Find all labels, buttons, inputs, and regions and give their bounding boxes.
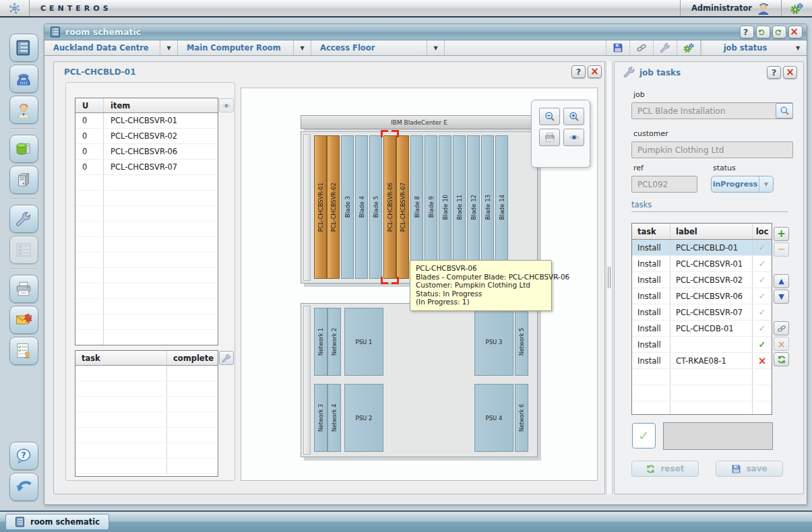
customer-field[interactable] [631,141,793,158]
floor-dropdown-arrow-icon[interactable]: ▼ [427,40,445,55]
blade-slot[interactable]: PCL-CHCBSVR-02 [327,135,340,279]
table-row[interactable]: InstallPCL-CHCBSVR-02✓ [632,272,772,288]
close-button[interactable]: × [783,66,797,79]
help-button[interactable]: ? [571,65,586,78]
table-row[interactable]: InstallPCL-CHCDB-01✓ [632,321,772,337]
sidebar-item-alerts[interactable] [9,306,38,334]
zoom-in-button[interactable] [563,108,584,125]
table-row[interactable]: 0PCL-CHCBSVR-02 [75,129,218,144]
settings-button[interactable] [781,0,812,16]
job-status-dropdown[interactable]: job status [701,40,789,55]
table-row[interactable]: InstallPCL-CHCBSVR-01✓ [632,256,772,272]
message-box[interactable] [663,422,773,450]
move-up-button[interactable]: ▲ [774,274,789,288]
close-button[interactable]: × [788,26,803,38]
taskbar-tab-room-schematic[interactable]: room schematic [5,514,109,530]
table-row[interactable]: InstallPCL-CHCBSVR-07✓ [632,304,772,321]
add-task-button[interactable]: + [774,227,789,241]
admin-menu[interactable]: Administrator [680,0,781,16]
room-dropdown-arrow-icon[interactable]: ▼ [294,40,311,55]
module-psu[interactable]: PSU 4 [474,384,513,452]
task-tools-button[interactable] [219,351,234,365]
blade-slot[interactable]: Blade 3 [341,135,354,279]
site-dropdown[interactable]: Auckland Data Centre [44,40,160,55]
floor-dropdown[interactable]: Access Floor [311,40,427,55]
confirm-button[interactable]: ✓ [632,423,656,448]
question-icon: ? [770,68,778,77]
view-items-button[interactable] [219,98,234,112]
module-network[interactable]: Network 3 [314,384,327,452]
sidebar-item-phones[interactable] [9,65,38,93]
blade-slot[interactable]: Blade 11 [453,135,466,279]
app-logo-button[interactable] [0,0,30,16]
zoom-out-button[interactable] [539,108,560,125]
table-cell: Install [632,272,670,288]
site-dropdown-arrow-icon[interactable]: ▼ [160,40,178,55]
sync-task-button[interactable] [774,352,789,366]
move-down-button[interactable]: ▼ [774,290,789,304]
module-network[interactable]: Network 1 [314,308,327,376]
table-row[interactable]: Install✓ [632,337,772,353]
panel-splitter[interactable] [606,61,613,494]
blade-slot[interactable]: PCL-CHCBSVR-01 [314,135,327,279]
help-button[interactable]: ? [767,66,781,79]
table-row[interactable]: 0PCL-CHCBSVR-01 [75,113,218,129]
sidebar-item-database[interactable] [9,135,38,163]
blade-slot[interactable]: Blade 12 [467,135,480,279]
save-button[interactable]: save [716,461,783,477]
table-row[interactable]: 0PCL-CHCBSVR-06 [75,144,218,160]
sidebar-item-jobs[interactable] [9,205,38,233]
link-task-button[interactable] [774,321,789,335]
blade-slot[interactable]: Blade 9 [425,135,437,279]
print-schematic-button[interactable] [539,129,560,146]
module-psu[interactable]: PSU 1 [344,308,383,376]
sidebar-item-racks[interactable] [9,34,38,62]
undo-button[interactable] [756,26,770,38]
sidebar-item-help[interactable]: ? [9,442,38,470]
room-dropdown[interactable]: Main Computer Room [178,40,294,55]
module-network[interactable]: Network 4 [327,384,341,452]
module-network[interactable]: Network 6 [515,384,528,452]
job-status-arrow-icon[interactable]: ▼ [789,40,807,55]
table-cell: Install [632,337,670,352]
blade-slot[interactable]: Blade 13 [481,135,494,279]
link-button[interactable] [630,40,654,55]
module-network[interactable]: Network 5 [515,308,528,376]
blade-slot[interactable]: PCL-CHCBSVR-07 [396,135,409,279]
blade-slot[interactable]: Blade 10 [439,135,451,279]
module-network[interactable]: Network 2 [327,308,341,376]
close-button[interactable]: × [588,65,602,78]
sidebar-item-people[interactable] [9,96,38,124]
blade-slot[interactable]: Blade 5 [369,135,382,279]
sidebar-item-print[interactable] [9,275,38,303]
module-psu[interactable]: PSU 2 [344,384,383,452]
blade-slot[interactable]: PCL-CHCBSVR-06 [383,135,396,279]
sidebar-item-task-list[interactable] [9,337,38,365]
save-button[interactable] [606,40,630,55]
tools-button[interactable] [654,40,677,55]
table-row[interactable]: InstallPCL-CHCBLD-01✓ [632,240,772,256]
ref-field[interactable] [631,176,697,193]
table-row[interactable]: InstallPCL-CHCBSVR-06✓ [632,288,772,304]
blade-slot[interactable]: Blade 8 [410,135,423,279]
view-schematic-button[interactable] [563,129,584,146]
delete-task-button[interactable]: × [774,337,789,351]
sidebar-item-back[interactable] [9,473,38,501]
table-row [75,284,218,299]
table-row[interactable]: InstallCT-RKAE08-1× [632,353,772,369]
reset-button[interactable]: reset [631,461,699,477]
redo-button[interactable] [772,26,786,38]
table-row[interactable]: 0PCL-CHCBSVR-07 [75,160,218,175]
job-field[interactable] [631,102,793,119]
settings-button[interactable] [677,40,701,55]
blade-slot[interactable]: Blade 4 [355,135,368,279]
blade-tooltip: PCL-CHCBSVR-06Blades - Computer Blade: P… [410,260,552,311]
help-button[interactable]: ? [740,26,754,38]
status-dropdown[interactable]: inProgress ▼ [711,176,774,193]
job-search-button[interactable] [776,103,793,119]
remove-task-button[interactable]: − [774,242,789,257]
blade-slot[interactable]: Blade 14 [495,135,508,279]
sidebar-item-room-schematic[interactable] [9,236,38,264]
module-psu[interactable]: PSU 3 [474,308,513,376]
sidebar-item-hardware[interactable] [9,166,38,194]
